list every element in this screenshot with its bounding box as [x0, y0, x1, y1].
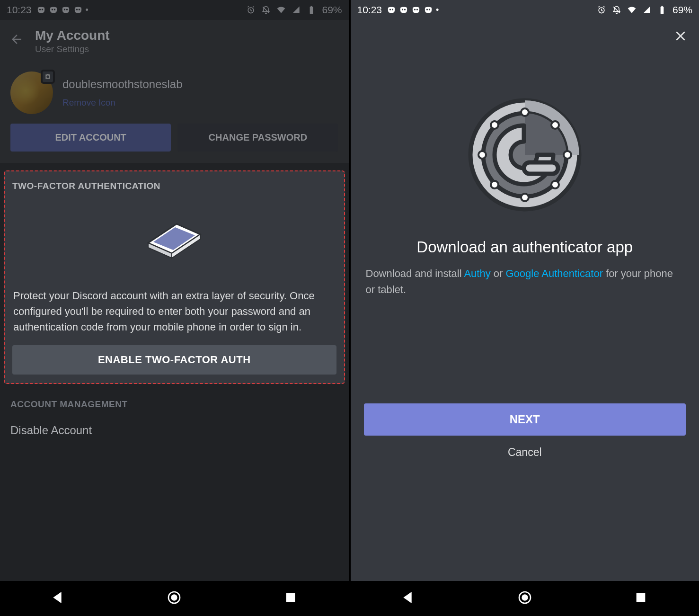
svg-rect-24	[524, 162, 558, 174]
discord-notif-icon	[399, 5, 408, 15]
signal-icon	[642, 5, 652, 15]
two-factor-section: TWO-FACTOR AUTHENTICATION Protect your D…	[4, 170, 345, 384]
wifi-icon	[627, 5, 637, 15]
alarm-icon	[246, 5, 256, 15]
vault-illustration	[351, 51, 699, 238]
back-arrow-icon[interactable]	[9, 32, 24, 50]
tfa-heading: TWO-FACTOR AUTHENTICATION	[12, 181, 336, 191]
discord-notif-icon	[73, 5, 83, 15]
battery-icon	[657, 5, 667, 15]
page-subtitle: User Settings	[35, 44, 110, 54]
profile-row: doublesmoothstoneslab Remove Icon	[0, 63, 349, 119]
cancel-button[interactable]: Cancel	[364, 436, 686, 469]
phone-illustration	[12, 191, 336, 285]
svg-point-20	[521, 194, 529, 201]
svg-rect-27	[637, 593, 646, 602]
change-avatar-icon[interactable]	[41, 70, 55, 84]
phone-left-account: 10:23 • 69% My Account User Settings	[0, 0, 349, 616]
edit-account-button[interactable]: EDIT ACCOUNT	[10, 124, 171, 152]
close-icon[interactable]	[673, 28, 688, 47]
svg-point-16	[521, 108, 529, 116]
enable-tfa-button[interactable]: ENABLE TWO-FACTOR AUTH	[12, 345, 336, 375]
android-nav-bar	[351, 581, 699, 616]
signal-icon	[292, 5, 301, 15]
dnd-icon	[612, 5, 621, 15]
authy-link[interactable]: Authy	[464, 268, 490, 279]
discord-notif-icon	[387, 5, 396, 15]
google-authenticator-link[interactable]: Google Authenticator	[505, 268, 602, 279]
nav-recent-icon[interactable]	[633, 590, 648, 607]
change-password-button[interactable]: CHANGE PASSWORD	[177, 124, 338, 152]
nav-back-icon[interactable]	[401, 590, 416, 607]
dialog-title: Download an authenticator app	[351, 238, 699, 256]
discord-notif-icon	[49, 5, 58, 15]
phone-right-authenticator: 10:23 • 69%	[351, 0, 699, 616]
discord-notif-icon	[61, 5, 71, 15]
status-bar: 10:23 • 69%	[351, 0, 699, 20]
nav-recent-icon[interactable]	[283, 590, 298, 607]
svg-point-9	[171, 594, 177, 600]
svg-rect-12	[661, 7, 664, 14]
dialog-description: Download and install Authy or Google Aut…	[351, 256, 699, 298]
app-header: My Account User Settings	[0, 20, 349, 63]
battery-percent: 69%	[672, 4, 692, 16]
nav-home-icon[interactable]	[167, 590, 182, 607]
svg-rect-1	[310, 7, 313, 14]
svg-point-18	[564, 151, 571, 159]
page-title: My Account	[35, 28, 110, 43]
discord-notif-icon	[424, 5, 433, 15]
status-time: 10:23	[7, 4, 32, 16]
more-notif-dot: •	[436, 5, 439, 15]
status-bar: 10:23 • 69%	[0, 0, 349, 20]
wifi-icon	[276, 5, 286, 15]
svg-point-19	[551, 181, 559, 188]
svg-point-22	[478, 151, 486, 159]
alarm-icon	[597, 5, 606, 15]
remove-icon-link[interactable]: Remove Icon	[62, 98, 183, 108]
svg-point-21	[491, 181, 498, 188]
nav-home-icon[interactable]	[517, 590, 532, 607]
svg-rect-2	[311, 6, 312, 7]
discord-notif-icon	[36, 5, 46, 15]
dnd-icon	[261, 5, 271, 15]
svg-point-26	[522, 594, 528, 600]
account-management-section: ACCOUNT MANAGEMENT Disable Account	[0, 388, 349, 445]
battery-icon	[307, 5, 316, 15]
discord-notif-icon	[411, 5, 421, 15]
next-button[interactable]: NEXT	[364, 403, 686, 436]
svg-rect-13	[661, 6, 663, 7]
battery-percent: 69%	[322, 4, 342, 16]
nav-back-icon[interactable]	[51, 590, 66, 607]
svg-point-23	[491, 121, 498, 129]
android-nav-bar	[0, 581, 349, 616]
tfa-description: Protect your Discord account with an ext…	[12, 285, 336, 345]
svg-rect-10	[286, 593, 295, 602]
svg-point-17	[551, 121, 559, 129]
status-time: 10:23	[357, 4, 382, 16]
mgmt-heading: ACCOUNT MANAGEMENT	[10, 399, 338, 410]
disable-account-item[interactable]: Disable Account	[10, 421, 338, 440]
username: doublesmoothstoneslab	[62, 78, 183, 91]
more-notif-dot: •	[86, 5, 88, 15]
